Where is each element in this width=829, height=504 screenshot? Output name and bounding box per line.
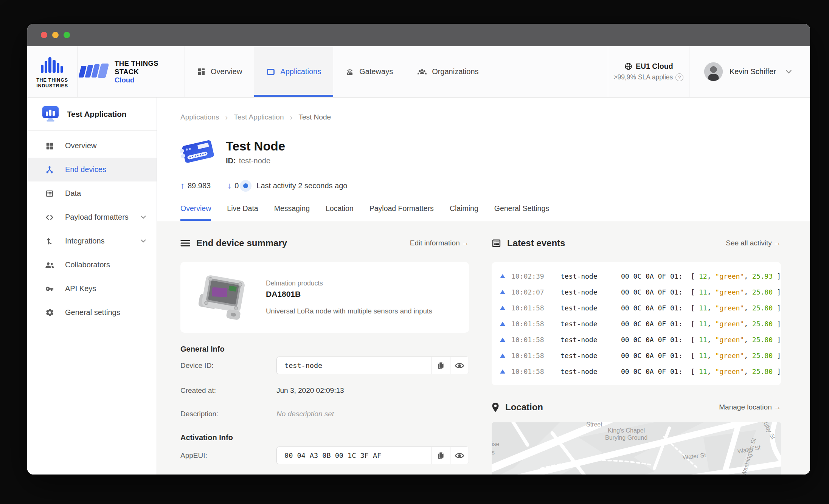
- tab-messaging[interactable]: Messaging: [274, 202, 310, 221]
- downlink-count: 0: [234, 181, 239, 190]
- breadcrumb-separator: ›: [290, 113, 292, 122]
- data-list-icon: [44, 189, 55, 198]
- product-card: Delmation products DA1801B Universal LoR…: [180, 262, 469, 333]
- sidebar-item-data[interactable]: Data: [27, 181, 157, 205]
- gear-icon: [44, 308, 55, 317]
- device-tabs: Overview Live Data Messaging Location Pa…: [180, 202, 810, 221]
- sidebar: Test Application Overview: [27, 98, 157, 475]
- breadcrumb-applications[interactable]: Applications: [180, 113, 219, 121]
- appeui-input-group: [276, 447, 469, 464]
- event-row[interactable]: 10:02:07 test-node 00 0C 0A 0F 01: [ 11,…: [492, 284, 781, 300]
- event-time: 10:01:58: [511, 352, 552, 360]
- uplink-triangle-icon: [500, 306, 505, 310]
- sidebar-item-api-keys[interactable]: API Keys: [27, 277, 157, 301]
- event-device-name: test-node: [560, 288, 609, 296]
- nav-tab-organizations[interactable]: Organizations: [405, 46, 491, 97]
- nav-tab-gateways[interactable]: Gateways: [333, 46, 405, 97]
- event-payload: 00 0C 0A 0F 01: [ 11, "green", 25.80 ]: [621, 288, 781, 296]
- copy-button[interactable]: [432, 447, 450, 464]
- sidebar-item-integrations[interactable]: Integrations: [27, 229, 157, 253]
- map-label-partial: s: [492, 449, 495, 456]
- sidebar-item-overview[interactable]: Overview: [27, 134, 157, 158]
- nav-tab-overview[interactable]: Overview: [185, 46, 254, 97]
- sidebar-item-end-devices[interactable]: End devices: [27, 158, 157, 181]
- event-time: 10:01:58: [511, 368, 552, 375]
- device-id-input[interactable]: [277, 357, 432, 374]
- location-map[interactable]: Street King's Chapel Burying Ground Wash…: [492, 422, 781, 475]
- downlink-arrow-icon: ↓: [227, 181, 231, 191]
- chevron-down-icon: [141, 216, 146, 219]
- event-row[interactable]: 10:01:58 test-node 00 0C 0A 0F 01: [ 11,…: [492, 332, 781, 347]
- chevron-down-icon: [786, 70, 792, 74]
- help-icon[interactable]: ?: [675, 73, 683, 81]
- event-time: 10:02:07: [511, 288, 552, 296]
- event-device-name: test-node: [560, 368, 609, 375]
- tts-logo-subtitle: Cloud: [115, 76, 185, 84]
- globe-icon: [624, 62, 633, 71]
- last-activity-text: Last activity 2 seconds ago: [256, 181, 347, 190]
- activation-info-heading: Activation Info: [180, 433, 469, 442]
- event-row[interactable]: 10:01:58 test-node 00 0C 0A 0F 01: [ 11,…: [492, 363, 781, 379]
- cluster-sla-text: >99,9% SLA applies: [613, 73, 673, 81]
- copy-button[interactable]: [432, 357, 450, 374]
- nav-tab-applications[interactable]: Applications: [254, 46, 333, 97]
- nav-tab-label: Overview: [211, 67, 242, 76]
- visibility-toggle-button[interactable]: [450, 357, 469, 374]
- cluster-selector[interactable]: EU1 Cloud >99,9% SLA applies ?: [608, 46, 689, 97]
- edit-information-link[interactable]: Edit information →: [410, 239, 469, 247]
- summary-list-icon: [180, 239, 190, 247]
- sidebar-item-label: Overview: [65, 141, 96, 150]
- field-label-description: Description:: [180, 410, 276, 418]
- product-model: DA1801B: [266, 290, 432, 299]
- sidebar-item-label: Integrations: [65, 237, 105, 245]
- product-description: Universal LoRa node with multiple sensor…: [266, 307, 432, 315]
- uplink-triangle-icon: [500, 354, 505, 358]
- visibility-toggle-button[interactable]: [450, 447, 469, 464]
- uplink-arrow-icon: ↑: [180, 181, 185, 191]
- created-at-value: Jun 3, 2020 02:09:13: [276, 386, 344, 395]
- latest-events-list: 10:02:39 test-node 00 0C 0A 0F 01: [ 12,…: [492, 262, 781, 385]
- tab-payload-formatters[interactable]: Payload Formatters: [369, 202, 434, 221]
- event-time: 10:01:58: [511, 336, 552, 344]
- tab-overview[interactable]: Overview: [180, 202, 211, 221]
- see-all-activity-link[interactable]: See all activity →: [726, 239, 781, 247]
- user-menu[interactable]: Kevin Schiffer: [689, 46, 810, 97]
- event-row[interactable]: 10:01:58 test-node 00 0C 0A 0F 01: [ 11,…: [492, 347, 781, 363]
- tab-general-settings[interactable]: General Settings: [494, 202, 549, 221]
- grid-icon: [197, 67, 206, 76]
- code-icon: [44, 213, 55, 222]
- breadcrumb-test-application[interactable]: Test Application: [234, 113, 284, 121]
- activity-status-dot: [243, 183, 248, 188]
- window-titlebar: [27, 24, 810, 46]
- page-header: Applications › Test Application › Test N…: [157, 98, 810, 221]
- sidebar-item-label: Collaborators: [65, 261, 110, 269]
- sidebar-item-payload-formatters[interactable]: Payload formatters: [27, 205, 157, 229]
- breadcrumb-current: Test Node: [298, 113, 331, 121]
- close-button[interactable]: [41, 32, 47, 38]
- event-row[interactable]: 10:01:58 test-node 00 0C 0A 0F 01: [ 11,…: [492, 316, 781, 332]
- key-icon: [44, 285, 55, 293]
- event-time: 10:01:58: [511, 304, 552, 312]
- event-device-name: test-node: [560, 336, 609, 344]
- uplink-count: 89.983: [188, 181, 211, 190]
- tab-location[interactable]: Location: [326, 202, 354, 221]
- minimize-button[interactable]: [52, 32, 59, 38]
- appeui-input[interactable]: [277, 447, 432, 464]
- eye-icon: [455, 451, 464, 460]
- uplink-triangle-icon: [500, 290, 505, 294]
- things-industries-logo[interactable]: THE THINGS INDUSTRIES: [27, 46, 78, 97]
- application-monitor-icon: [42, 106, 59, 123]
- things-stack-logo[interactable]: THE THINGS STACK Cloud: [78, 46, 185, 97]
- tts-logo-title: THE THINGS STACK: [115, 59, 185, 76]
- tab-claiming[interactable]: Claiming: [450, 202, 478, 221]
- event-row[interactable]: 10:01:58 test-node 00 0C 0A 0F 01: [ 11,…: [492, 300, 781, 316]
- location-pin-icon: [492, 402, 499, 413]
- zoom-button[interactable]: [64, 32, 70, 38]
- manage-location-link[interactable]: Manage location →: [719, 403, 781, 411]
- sidebar-item-general-settings[interactable]: General settings: [27, 301, 157, 324]
- sidebar-item-collaborators[interactable]: Collaborators: [27, 253, 157, 277]
- tab-live-data[interactable]: Live Data: [227, 202, 258, 221]
- event-row[interactable]: 10:02:39 test-node 00 0C 0A 0F 01: [ 12,…: [492, 268, 781, 284]
- copy-icon: [437, 361, 445, 370]
- event-payload: 00 0C 0A 0F 01: [ 11, "green", 25.80 ]: [621, 368, 781, 375]
